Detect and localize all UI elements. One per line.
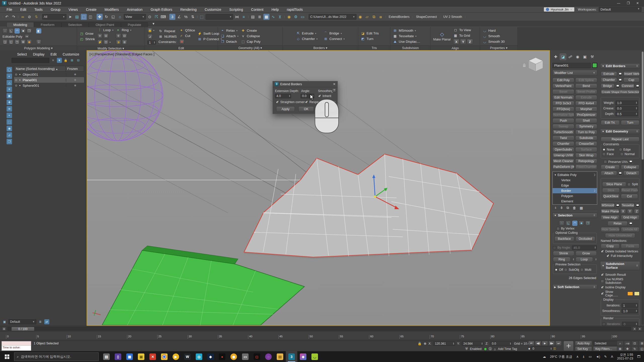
- render-setup-icon[interactable]: ⚙: [293, 14, 299, 20]
- grid-align-button[interactable]: Grid Align: [621, 215, 640, 220]
- ring-shrink-icon[interactable]: ⊟: [122, 33, 127, 38]
- crease-field[interactable]: 0.0▲▼: [616, 106, 638, 111]
- filter-xrefs-icon[interactable]: ⊿: [7, 132, 12, 138]
- quickslice-button[interactable]: QuickSlice: [602, 194, 620, 199]
- menu-item[interactable]: Animation: [123, 8, 146, 12]
- align-x-button[interactable]: X: [453, 39, 459, 44]
- taskbar-clock[interactable]: 오전 1:55 2021-07-23: [617, 353, 633, 360]
- edit-borders-header[interactable]: ▼Edit Borders⠿: [600, 63, 640, 69]
- microphone-icon[interactable]: ⍋: [583, 355, 585, 359]
- tab-create[interactable]: ✚: [552, 54, 559, 60]
- menu-item[interactable]: rapidTools: [283, 8, 307, 12]
- extrude-button[interactable]: Extrude: [601, 71, 617, 76]
- edit-tris-button[interactable]: ◪Edit Tris: [361, 31, 379, 35]
- taskbar-app[interactable]: ▭: [239, 351, 251, 362]
- cap-button[interactable]: Cap: [623, 77, 640, 82]
- filter-bones-icon[interactable]: ⌖: [7, 113, 12, 118]
- extension-depth-field[interactable]: 4.0▲▼: [275, 94, 291, 98]
- display-smoothness-field[interactable]: 1.0▲▼: [622, 309, 638, 313]
- menu-item[interactable]: Help: [267, 8, 283, 12]
- maximize-viewport-icon[interactable]: ◱: [639, 346, 644, 351]
- curve-editor-icon[interactable]: ∿: [270, 14, 276, 20]
- taskbar-search[interactable]: ⌕ 검색하려면 여기에 입력하십시오.: [14, 352, 99, 361]
- viewport-label[interactable]: [+] [Perspective] [Standard] [Edged Face…: [90, 52, 154, 56]
- cage-color2-swatch[interactable]: [634, 292, 639, 296]
- stack-item[interactable]: Edge: [553, 183, 597, 188]
- copy-button[interactable]: Copy: [601, 244, 620, 249]
- percent-snap-icon[interactable]: %: [183, 14, 189, 20]
- section-footer-geometry[interactable]: Geometry (All) ▾: [218, 45, 283, 50]
- depth-field[interactable]: 0.5▲▼: [616, 112, 638, 116]
- modifier-button[interactable]: Push: [552, 118, 574, 123]
- filter-icon[interactable]: ▼: [57, 58, 62, 63]
- ribbon-minimize-icon[interactable]: ▾: [150, 21, 156, 27]
- filter-groups-icon[interactable]: ❒: [7, 139, 12, 144]
- select-link-icon[interactable]: ∞: [20, 14, 26, 20]
- bridge-settings-icon[interactable]: [616, 84, 620, 88]
- zoom-region-icon[interactable]: ⊠: [617, 346, 623, 351]
- x-coordinate-field[interactable]: 120.361▲▼: [433, 341, 455, 346]
- subdivision-surface-header[interactable]: ▼Subdivision Surface⠿: [600, 261, 640, 270]
- modifier-button[interactable]: FFD 4x4x4: [575, 101, 597, 106]
- pin-stack-icon[interactable]: ⍭: [554, 206, 556, 210]
- y-coordinate-field[interactable]: 24.564▲▼: [462, 341, 484, 346]
- modifier-button[interactable]: VertexPaint: [552, 83, 574, 88]
- toolbar-grip[interactable]: ⋮: [2, 15, 3, 18]
- section-footer-subdivision[interactable]: Subdivision: [390, 45, 430, 50]
- filter-spacewarps-icon[interactable]: ≋: [7, 106, 12, 112]
- modifier-button[interactable]: Symmetry: [575, 124, 597, 129]
- full-interactivity-checkbox[interactable]: Full Interactivity: [601, 254, 639, 258]
- timeline-options-icon[interactable]: ▤: [2, 327, 6, 331]
- menu-item[interactable]: Tools: [30, 8, 47, 12]
- go-to-end-icon[interactable]: ⏭: [555, 341, 561, 346]
- planar-y-button[interactable]: Y: [627, 209, 633, 214]
- dot-ring-icon[interactable]: ≶: [116, 40, 121, 45]
- viewport[interactable]: [+] [Perspective] [Standard] [Edged Face…: [87, 50, 550, 326]
- inherit-checkbox[interactable]: Inherit: [318, 94, 331, 98]
- loop-shrink-icon[interactable]: ⊟: [103, 33, 108, 38]
- explorer-sync-icon[interactable]: ⇄: [44, 319, 49, 324]
- sel-polygon-icon[interactable]: ■: [579, 221, 584, 226]
- modifier-button[interactable]: Bevel: [552, 89, 574, 94]
- object-color-swatch[interactable]: [592, 63, 597, 68]
- pen-settings-icon[interactable]: ✎: [604, 355, 607, 358]
- taskbar-app[interactable]: ▤: [274, 351, 286, 362]
- lock-icon[interactable]: 🔒: [63, 58, 68, 63]
- relax-button[interactable]: Relax: [608, 221, 628, 226]
- keyboard-override-icon[interactable]: ⌨: [160, 14, 166, 20]
- attach-button[interactable]: ❏Attach▾: [220, 34, 238, 38]
- explorer-row[interactable]: ⊙ ● Object001 ✱: [14, 72, 84, 77]
- pin-stack-icon[interactable]: ⊶: [25, 34, 29, 38]
- unhide-all-button[interactable]: Unhide All: [621, 227, 640, 232]
- border-bridge-button[interactable]: ⌒Bridge▾: [324, 31, 345, 35]
- ribbon-toggle-icon[interactable]: ▦: [263, 14, 269, 20]
- extrude-settings-icon[interactable]: [618, 72, 622, 76]
- section-footer-align[interactable]: Align: [431, 46, 480, 51]
- stack-item[interactable]: ▼Editable Poly☽: [553, 172, 597, 177]
- weather-text[interactable]: 29°C 구름 조금: [550, 354, 572, 359]
- snap-toggle-3d-icon[interactable]: 3: [169, 14, 175, 20]
- material-editor-icon[interactable]: ◉: [286, 14, 292, 20]
- taskbar-app[interactable]: ✕: [147, 351, 158, 362]
- taskbar-app[interactable]: ●: [216, 351, 228, 362]
- modifier-button[interactable]: OpenSubdiv: [552, 147, 574, 152]
- reference-coordinate-dropdown[interactable]: View▼: [124, 14, 146, 20]
- grow-button[interactable]: ◳Grow: [79, 31, 95, 36]
- select-object-icon[interactable]: ➤: [67, 14, 73, 20]
- taskbar-app[interactable]: ◎: [193, 351, 205, 362]
- set-key-button[interactable]: Set Key: [575, 346, 592, 351]
- taskbar-app[interactable]: ▦: [124, 351, 135, 362]
- show-end-result-icon[interactable]: ⚱: [560, 206, 563, 210]
- constraint-normal-radio[interactable]: [620, 152, 624, 156]
- modifier-button[interactable]: Twist: [552, 135, 574, 141]
- chamfer-button[interactable]: Chamfer: [601, 77, 617, 82]
- eye-icon[interactable]: ⊙: [14, 73, 18, 76]
- next-key-icon[interactable]: ►: [638, 327, 642, 331]
- custom-script-button[interactable]: ShapeConnect: [414, 15, 439, 19]
- section-footer-polygon-modeling[interactable]: Polygon Modeling ▾: [0, 46, 77, 51]
- ime-indicator[interactable]: A: [611, 355, 613, 358]
- explorer-menu-item[interactable]: Select: [14, 52, 30, 56]
- play-icon[interactable]: ▶: [542, 341, 548, 346]
- to-view-button[interactable]: ◻To View: [453, 28, 473, 32]
- tessellate-button[interactable]: ▦Tessellate▾: [393, 34, 420, 38]
